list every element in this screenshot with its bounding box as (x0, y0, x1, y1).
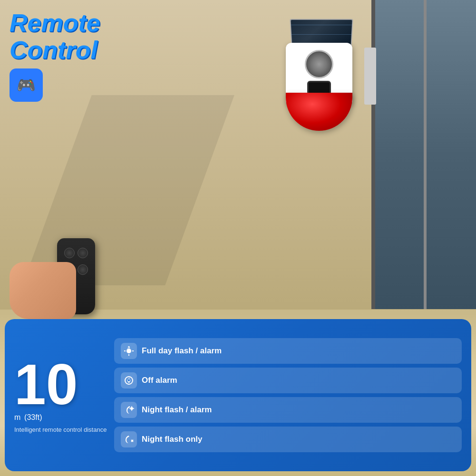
feature-night-flash-only: Night flash only (114, 427, 462, 452)
feature-text-off-alarm: Off alarm (142, 376, 177, 385)
distance-unit: m (33ft) (14, 408, 42, 423)
remote-button-2 (78, 248, 88, 258)
info-card: 10 m (33ft) Intelligent remote control d… (5, 319, 471, 471)
feature-off-alarm: off Off alarm (114, 368, 462, 393)
svg-point-0 (126, 349, 131, 353)
title-line2: Control (10, 37, 100, 64)
svg-text:24: 24 (127, 346, 130, 349)
window-frame (371, 0, 476, 309)
svg-point-7 (128, 379, 130, 381)
night-flash-alarm-icon (121, 402, 137, 418)
feature-full-day: 24 Full day flash / alarm (114, 338, 462, 364)
security-device (281, 19, 367, 152)
title-container: Remote Control 🎮 (10, 10, 100, 102)
hand (10, 262, 76, 319)
feature-text-night-flash-only: Night flash only (142, 435, 203, 444)
window-right (371, 0, 476, 309)
night-flash-only-icon (121, 431, 137, 447)
distance-number: 10 (14, 356, 78, 413)
remote-button-1 (64, 248, 75, 258)
title-line1: Remote (10, 10, 100, 37)
distance-unit-ft: (33ft) (24, 413, 42, 421)
distance-unit-m: m (14, 413, 20, 421)
feature-text-night-flash-alarm: Night flash / alarm (142, 405, 212, 415)
distance-label: Intelligent remote control distance (14, 426, 107, 434)
device-mount (364, 48, 376, 105)
feature-night-flash-alarm: Night flash / alarm (114, 397, 462, 423)
remote-icon: 🎮 (17, 76, 36, 94)
svg-text:off: off (128, 377, 130, 379)
remote-icon-box: 🎮 (10, 68, 43, 102)
info-right-panel: 24 Full day flash / alarm off Off alarm (109, 329, 462, 462)
remote-button-4 (78, 264, 88, 275)
info-left-panel: 10 m (33ft) Intelligent remote control d… (14, 329, 109, 462)
red-alarm-dome (286, 93, 352, 131)
svg-point-9 (130, 407, 133, 410)
off-alarm-icon: off (121, 372, 137, 389)
speaker-grille (305, 50, 333, 78)
full-day-icon: 24 (121, 343, 137, 359)
remote-control-hand (10, 219, 105, 314)
feature-text-full-day: Full day flash / alarm (142, 346, 222, 356)
